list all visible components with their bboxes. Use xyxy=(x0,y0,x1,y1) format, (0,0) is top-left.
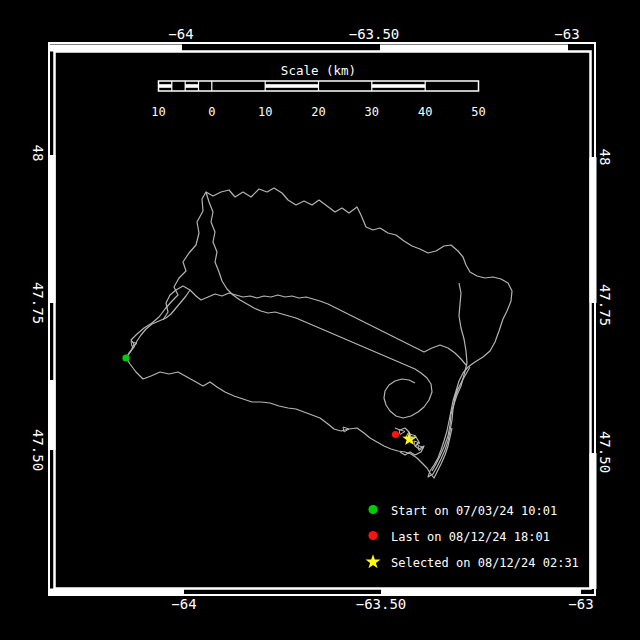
scale-bar-tick-label: 20 xyxy=(311,105,325,119)
scale-bar-tick-label: 50 xyxy=(471,105,485,119)
frame-zebra-segment xyxy=(49,155,56,303)
track-polyline xyxy=(432,283,467,471)
scale-bar-fill xyxy=(159,84,172,88)
track-point-mark xyxy=(410,434,416,439)
legend-marker-star xyxy=(366,554,381,568)
scale-bar-fill xyxy=(185,84,198,88)
legend-label-start: Start on 07/03/24 10:01 xyxy=(391,504,557,518)
lon-label-top: −64 xyxy=(168,26,193,42)
scale-bar-fill xyxy=(265,84,318,88)
frame-zebra-segment xyxy=(380,45,568,52)
scale-bar-tick-label: 10 xyxy=(151,105,165,119)
frame-zebra-segment xyxy=(590,157,597,303)
lat-label-right: 47.75 xyxy=(597,284,613,326)
scale-bar-title: Scale (km) xyxy=(281,63,356,78)
legend: Start on 07/03/24 10:01 Last on 08/12/24… xyxy=(366,504,579,570)
legend-markers xyxy=(366,505,381,568)
scale-bar-tick-label: 0 xyxy=(208,105,215,119)
start-position-marker xyxy=(122,354,129,361)
lon-label-top: −63.50 xyxy=(349,26,400,42)
lat-label-left: 47.75 xyxy=(30,282,46,324)
lon-label-bottom: −63.50 xyxy=(356,596,407,612)
scale-bar-fill xyxy=(372,84,425,88)
track-polyline xyxy=(206,192,432,418)
lat-label-right: 47.50 xyxy=(597,431,613,473)
scale-bar-tick-label: 10 xyxy=(258,105,272,119)
track-polyline xyxy=(126,188,512,477)
scale-bar-tick-label: 30 xyxy=(365,105,379,119)
legend-marker-circle xyxy=(368,505,377,514)
lon-label-bottom: −63 xyxy=(568,596,593,612)
frame-zebra-segment xyxy=(49,589,184,596)
trajectory-map-figure: −64 −63.50 −63 −64 −63.50 −63 48 47.75 4… xyxy=(0,0,640,640)
legend-marker-circle xyxy=(368,531,377,540)
frame-zebra-segment xyxy=(381,589,581,596)
map-plot-svg: −64 −63.50 −63 −64 −63.50 −63 48 47.75 4… xyxy=(0,0,640,640)
frame-zebra-segment xyxy=(49,380,56,450)
track-polyline xyxy=(126,290,190,358)
lat-label-left: 48 xyxy=(30,145,46,162)
scale-bar-tick-label: 40 xyxy=(418,105,432,119)
scale-bar: Scale (km) 10 0 10 20 30 40 50 xyxy=(151,63,485,119)
legend-label-selected: Selected on 08/12/24 02:31 xyxy=(391,556,579,570)
track-lines xyxy=(126,188,512,478)
track-point-mark xyxy=(399,430,405,435)
lat-label-left: 47.50 xyxy=(30,429,46,471)
last-position-marker xyxy=(392,431,399,438)
frame-zebra-segment xyxy=(49,45,182,52)
legend-label-last: Last on 08/12/24 18:01 xyxy=(391,530,550,544)
lon-label-top: −63 xyxy=(554,26,579,42)
lat-label-right: 48 xyxy=(597,149,613,166)
frame-zebra-segment xyxy=(590,453,597,589)
lon-label-bottom: −64 xyxy=(171,596,196,612)
position-markers xyxy=(122,342,424,451)
